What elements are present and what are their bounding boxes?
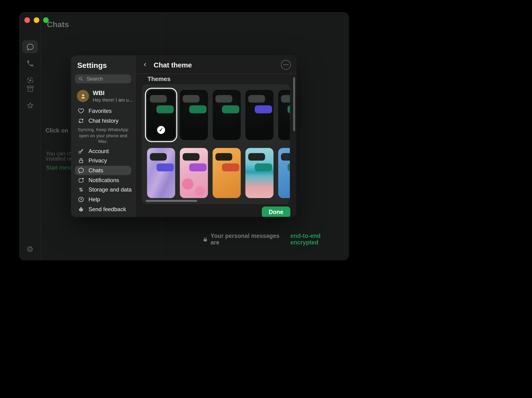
chat-bubble-icon xyxy=(78,167,84,174)
encryption-footer: Your personal messages are end-to-end en… xyxy=(203,233,348,246)
theme-card-floral[interactable]: ✓ xyxy=(180,148,208,198)
settings-item-notifications[interactable]: Notifications xyxy=(75,175,131,185)
themes-section-label: Themes xyxy=(147,75,290,82)
settings-item-help[interactable]: ? Help xyxy=(75,195,131,204)
settings-dialog: Settings WBI Hey there! I am u... xyxy=(71,56,296,217)
settings-item-send-feedback[interactable]: Send feedback xyxy=(75,204,131,214)
whatsapp-window: ⚙ Chats Click on in You can chat install… xyxy=(20,13,348,260)
more-options-button[interactable]: ⋯ xyxy=(281,60,291,69)
settings-panel: Settings WBI Hey there! I am u... xyxy=(71,56,135,217)
storage-arrows-icon xyxy=(78,187,84,193)
theme-card-blue[interactable]: ✓ xyxy=(278,148,290,198)
search-icon xyxy=(78,76,83,82)
sidebar-item-settings[interactable]: ⚙ xyxy=(22,243,38,256)
chat-theme-header: Chat theme ⋯ xyxy=(135,56,296,74)
theme-card-beach[interactable]: ✓ xyxy=(245,148,273,198)
sync-note: Syncing. Keep WhatsApp open on your phon… xyxy=(75,127,131,145)
close-button[interactable] xyxy=(24,17,30,23)
profile-row[interactable]: WBI Hey there! I am u... xyxy=(77,90,130,103)
sidebar-item-calls[interactable] xyxy=(22,57,38,70)
notification-icon xyxy=(78,177,84,183)
lock-icon xyxy=(203,236,208,242)
heart-icon xyxy=(78,108,84,114)
themes-row-dark: ✓ ✓ ✓ ✓ ✓ xyxy=(147,90,290,140)
themes-row-light: ✓ ✓ ✓ ✓ ✓ xyxy=(147,148,290,198)
settings-item-account[interactable]: Account xyxy=(75,146,131,156)
themes-grid: ✓ ✓ ✓ ✓ ✓ xyxy=(142,84,290,204)
chat-theme-body: Themes ✓ ✓ ✓ xyxy=(135,74,296,204)
settings-item-chat-history[interactable]: Chat history xyxy=(75,116,131,126)
theme-card-purple[interactable]: ✓ xyxy=(147,148,175,198)
lock-icon xyxy=(78,158,84,164)
person-icon xyxy=(79,93,86,100)
avatar xyxy=(77,90,89,102)
theme-card-dark-2[interactable]: ✓ xyxy=(180,90,208,140)
profile-status: Hey there! I am u... xyxy=(93,97,133,102)
bug-icon xyxy=(78,206,84,212)
vertical-scrollbar[interactable] xyxy=(293,77,295,131)
chat-theme-panel: Chat theme ⋯ Themes ✓ ✓ xyxy=(135,56,296,217)
zoom-button[interactable] xyxy=(43,17,49,23)
minimize-button[interactable] xyxy=(34,17,39,23)
settings-item-privacy[interactable]: Privacy xyxy=(75,156,131,165)
chat-theme-title: Chat theme xyxy=(154,61,277,69)
svg-text:?: ? xyxy=(80,198,82,201)
profile-name: WBI xyxy=(93,90,133,97)
done-button[interactable]: Done xyxy=(262,207,291,217)
theme-card-dark-4[interactable]: ✓ xyxy=(245,90,273,140)
search-input[interactable] xyxy=(86,76,128,82)
app-sidebar: ⚙ xyxy=(20,13,41,260)
outgoing-bubble xyxy=(156,105,174,113)
settings-gear-icon: ⚙ xyxy=(26,245,34,253)
window-controls xyxy=(24,17,49,23)
chat-theme-footer: Done xyxy=(135,204,296,217)
incoming-bubble xyxy=(150,95,167,102)
sidebar-item-chats[interactable] xyxy=(22,40,38,53)
theme-card-dark-3[interactable]: ✓ xyxy=(213,90,241,140)
horizontal-scrollbar[interactable] xyxy=(146,200,197,202)
sidebar-item-starred[interactable] xyxy=(22,99,38,112)
archive-icon xyxy=(26,84,34,93)
starred-icon xyxy=(26,101,34,109)
screen: ⚙ Chats Click on in You can chat install… xyxy=(0,0,532,398)
chats-icon xyxy=(26,43,34,51)
chevron-left-icon xyxy=(143,61,147,68)
encrypted-highlight: end-to-end encrypted xyxy=(290,233,348,246)
settings-search[interactable] xyxy=(75,75,131,83)
key-icon xyxy=(78,148,84,155)
calls-icon xyxy=(26,59,34,67)
theme-card-dark-1[interactable]: ✓ xyxy=(147,90,175,140)
settings-item-chats[interactable]: Chats xyxy=(75,165,131,175)
theme-card-orange[interactable]: ✓ xyxy=(213,148,241,198)
selected-check-icon: ✓ xyxy=(157,126,165,134)
settings-item-storage[interactable]: Storage and data xyxy=(75,185,131,195)
sidebar-item-archive[interactable] xyxy=(22,82,38,95)
page-title: Chats xyxy=(47,20,69,30)
sync-icon xyxy=(78,118,84,124)
settings-title: Settings xyxy=(77,61,131,70)
settings-item-favorites[interactable]: Favorites xyxy=(75,106,131,116)
back-button[interactable] xyxy=(141,60,149,69)
theme-card-dark-5[interactable]: ✓ xyxy=(278,90,290,140)
help-icon: ? xyxy=(78,196,84,203)
